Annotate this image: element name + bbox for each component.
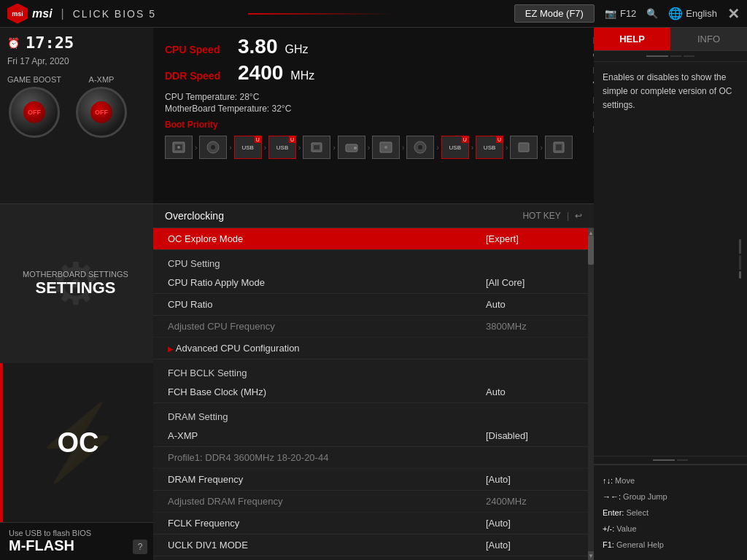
help-tab[interactable]: HELP (594, 28, 670, 50)
scrollbar-thumb[interactable] (588, 236, 594, 265)
ez-mode-button[interactable]: EZ Mode (F7) (514, 4, 595, 23)
oc-row-cpu-ratio-apply[interactable]: CPU Ratio Apply Mode [All Core] (153, 272, 588, 294)
oc-row-fclk[interactable]: FCLK Frequency [Auto] (153, 513, 588, 534)
oc-row-adj-cpu-freq: Adjusted CPU Frequency 3800MHz (153, 316, 588, 338)
svg-text:msi: msi (12, 10, 23, 18)
language-button[interactable]: 🌐 English (668, 7, 717, 20)
boot-device-11[interactable] (545, 136, 573, 159)
axmp-knob[interactable]: OFF (76, 87, 127, 138)
f12-button[interactable]: 📷 F12 (605, 8, 636, 19)
fch-base-clock-label: FCH Base Clock (MHz) (168, 386, 486, 397)
oc-row-dram-freq[interactable]: DRAM Frequency [Auto] (153, 469, 588, 491)
oc-nav-item[interactable]: ⚡ OC (0, 363, 153, 522)
svg-rect-17 (556, 144, 562, 150)
axmp-label: A-XMP (89, 75, 115, 84)
axmp-row-label: A-XMP (168, 430, 486, 441)
boot-device-7[interactable] (406, 136, 434, 159)
oc-explore-label: OC Explore Mode (168, 233, 486, 244)
msi-logo: msi msi (7, 4, 53, 24)
brand-area: msi msi | CLICK BIOS 5 (7, 4, 156, 24)
right-help-panel: HELP INFO Enables or disables to show th… (594, 28, 747, 560)
axmp-state: OFF (95, 109, 108, 116)
oc-row-axmp[interactable]: A-XMP [Disabled] (153, 425, 588, 447)
left-sidebar: ⏰ 17:25 Fri 17 Apr, 2020 GAME BOOST OFF … (0, 28, 153, 560)
globe-icon: 🌐 (668, 7, 683, 20)
top-bar-right: EZ Mode (F7) 📷 F12 🔍 🌐 English ✕ (514, 4, 740, 23)
fclk-label: FCLK Frequency (168, 518, 486, 529)
camera-icon: 📷 (605, 8, 616, 19)
oc-row-adj-dram-freq: Adjusted DRAM Frequency 2400MHz (153, 491, 588, 513)
nav-select: Enter: Select (603, 505, 738, 521)
uclk-label: UCLK DIV1 MODE (168, 540, 486, 551)
boot-priority-label: Boot Priority (165, 120, 573, 130)
oc-content[interactable]: OC Explore Mode [Expert] CPU Setting CPU… (153, 228, 588, 560)
help-content-text: Enables or disables to show the simple o… (594, 62, 747, 456)
boot-device-8[interactable]: USB U (441, 136, 469, 159)
svg-point-4 (177, 146, 180, 149)
dram-freq-value: [Auto] (486, 474, 573, 485)
profile1-label: Profile1: DDR4 3600MHz 18-20-20-44 (168, 452, 486, 463)
oc-explore-value: [Expert] (486, 233, 573, 244)
fch-bclk-header: FCH BCLK Setting (153, 359, 588, 381)
help-scroll-bottom (594, 456, 747, 464)
game-boost-knob[interactable]: OFF (9, 87, 60, 138)
axmp-section: A-XMP OFF (76, 75, 127, 138)
nav-help-section: ↑↓: Move →←: Group Jump Enter: Select +/… (594, 464, 747, 560)
cpu-setting-header: CPU Setting (153, 250, 588, 272)
dram-freq-label: DRAM Frequency (168, 474, 486, 485)
oc-row-adv-cpu-config[interactable]: Advanced CPU Configuration (153, 338, 588, 359)
separator-icon: | (567, 211, 569, 221)
oc-row-cpu-ratio[interactable]: CPU Ratio Auto (153, 294, 588, 316)
mflash-section[interactable]: Use USB to flash BIOS M-FLASH (0, 522, 153, 560)
cpu-ratio-value: Auto (486, 299, 573, 310)
settings-nav-item[interactable]: ⚙ Motherboard settings SETTINGS (0, 204, 153, 363)
fch-bclk-label: FCH BCLK Setting (168, 368, 247, 378)
boot-device-10[interactable] (510, 136, 538, 159)
game-boost-state: OFF (28, 109, 41, 116)
speed-section: CPU Speed 3.80 GHz DDR Speed 2400 MHz CP… (153, 28, 584, 203)
adj-dram-freq-label: Adjusted DRAM Frequency (168, 496, 486, 507)
info-tab[interactable]: INFO (670, 28, 747, 50)
cpu-speed-label: CPU Speed (165, 44, 231, 55)
boot-devices-row: › › USB U › USB U (165, 136, 573, 159)
svg-rect-8 (314, 145, 320, 149)
fch-base-clock-value: Auto (486, 386, 573, 397)
boot-device-6[interactable] (372, 136, 400, 159)
adv-cpu-config-label: Advanced CPU Configuration (168, 343, 486, 354)
close-button[interactable]: ✕ (727, 5, 740, 23)
svg-rect-15 (519, 143, 529, 152)
search-icon: 🔍 (646, 8, 658, 19)
boot-device-3[interactable]: USB U (268, 136, 296, 159)
game-boost-label: GAME BOOST (7, 75, 61, 84)
date-display: Fri 17 Apr, 2020 (7, 56, 146, 66)
top-bar: msi msi | CLICK BIOS 5 EZ Mode (F7) 📷 F1… (0, 0, 747, 28)
game-boost-section: GAME BOOST OFF (7, 75, 61, 138)
boot-device-5[interactable] (338, 136, 365, 159)
svg-point-14 (418, 145, 422, 149)
clock-icon: ⏰ (7, 37, 20, 49)
mflash-small-label: Use USB to flash BIOS (9, 529, 144, 537)
axmp-row-value: [Disabled] (486, 430, 573, 441)
oc-row-uclk[interactable]: UCLK DIV1 MODE [Auto] (153, 534, 588, 556)
product-name: CLICK BIOS 5 (73, 8, 156, 20)
dram-setting-label: DRAM Setting (168, 411, 228, 422)
search-button[interactable]: 🔍 (646, 8, 658, 19)
boot-device-1[interactable] (199, 136, 227, 159)
oc-row-fch-base-clock[interactable]: FCH Base Clock (MHz) Auto (153, 381, 588, 403)
boot-device-9[interactable]: USB U (476, 136, 503, 159)
help-content-wrapper: Enables or disables to show the simple o… (594, 62, 747, 456)
cpu-ratio-label: CPU Ratio (168, 299, 486, 310)
mflash-big-label: M-FLASH (9, 537, 144, 554)
question-mark-button[interactable]: ? (133, 540, 147, 554)
boot-device-4[interactable] (303, 136, 330, 159)
back-icon[interactable]: ↩ (575, 211, 582, 221)
boot-device-0[interactable] (165, 136, 193, 159)
scroll-down-button[interactable]: ▼ (588, 551, 594, 560)
scrollbar[interactable]: ▲ ▼ (588, 228, 594, 560)
oc-row-profile1: Profile1: DDR4 3600MHz 18-20-20-44 (153, 447, 588, 469)
oc-row-explore-mode[interactable]: OC Explore Mode [Expert] (153, 228, 588, 250)
oc-label: OC (58, 427, 99, 459)
svg-point-6 (211, 145, 215, 149)
boot-device-2[interactable]: USB U (234, 136, 262, 159)
oc-row-memory-try[interactable]: Memory Try It ! [Disabled] (153, 556, 588, 560)
